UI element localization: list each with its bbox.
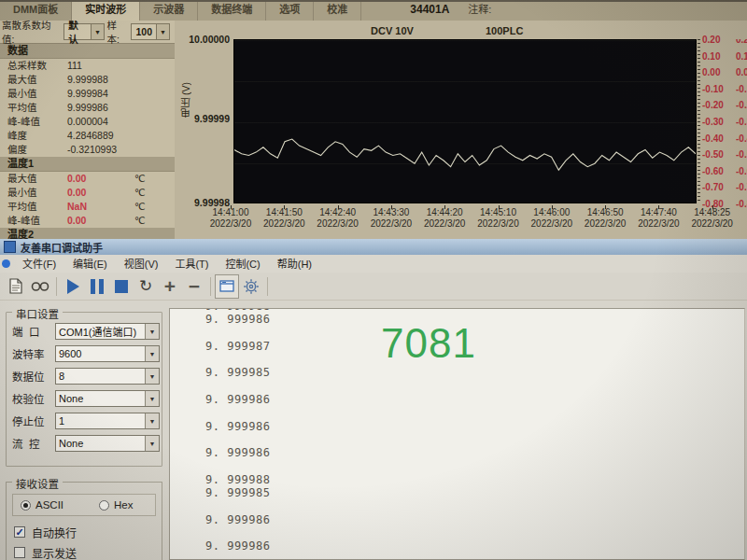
settings-button[interactable] bbox=[239, 274, 263, 299]
radio-icon bbox=[21, 500, 31, 511]
right-tick-label: -0.30 bbox=[702, 117, 734, 127]
record-icon bbox=[31, 281, 49, 292]
menu-item[interactable]: 帮助(H) bbox=[269, 256, 320, 273]
start-button[interactable] bbox=[61, 274, 85, 299]
terminal-line: 9. 999986 bbox=[205, 393, 744, 406]
dmm-tab[interactable]: 校准 bbox=[314, 0, 361, 21]
stat-value: NaN bbox=[67, 200, 134, 214]
chevron-down-icon[interactable]: ▼ bbox=[145, 346, 159, 361]
terminal-line: 9. 999985 bbox=[205, 366, 744, 379]
field-label: 数据位 bbox=[12, 369, 55, 384]
dmm-mode-label: DCV 10V bbox=[371, 25, 414, 36]
stat-value: -0.3210993 bbox=[67, 143, 134, 157]
serial-field-row: 数据位8▼ bbox=[7, 365, 162, 387]
right-tick-label-clipped: -0.60 bbox=[736, 166, 747, 176]
serial-window-title: 友善串口调试助手 bbox=[21, 240, 103, 255]
new-file-button[interactable] bbox=[4, 274, 28, 299]
record-button[interactable] bbox=[28, 274, 52, 299]
pause-button[interactable] bbox=[85, 274, 109, 299]
chevron-down-icon[interactable]: ▼ bbox=[145, 324, 159, 339]
stop-icon bbox=[115, 280, 128, 293]
terminal-line: 9. 999986 bbox=[205, 513, 744, 526]
serial-titlebar[interactable]: 友善串口调试助手 bbox=[0, 239, 747, 255]
toolbar-separator bbox=[210, 277, 211, 296]
menu-item[interactable]: 控制(C) bbox=[217, 256, 268, 273]
window-view-button[interactable] bbox=[215, 274, 239, 299]
refresh-button[interactable]: ↻ bbox=[134, 274, 158, 299]
terminal-line: 9. 999986 bbox=[205, 446, 744, 459]
autowrap-label: 自动换行 bbox=[32, 525, 77, 540]
radio-hex[interactable]: Hex bbox=[99, 499, 133, 511]
dmm-tab[interactable]: 数据终端 bbox=[198, 0, 266, 21]
right-axis-tickmarks bbox=[698, 39, 700, 203]
stat-row: 峰-峰值0.00℃ bbox=[0, 214, 175, 228]
right-tick-label: -0.40 bbox=[702, 133, 734, 144]
stat-row: 峰-峰值0.000004 bbox=[0, 115, 175, 129]
x-tick: 14:48:252022/3/20 bbox=[679, 207, 746, 230]
y-tick-label: 10.00000 bbox=[175, 34, 230, 45]
checkbox-checked-icon[interactable]: ✓ bbox=[14, 526, 25, 538]
stat-row: 最大值9.999988 bbox=[0, 73, 175, 87]
zoom-out-button[interactable]: − bbox=[182, 274, 206, 299]
plc-setting-label: 100PLC bbox=[486, 25, 523, 36]
chevron-down-icon[interactable]: ▼ bbox=[145, 391, 159, 406]
right-tick-label-clipped: 0.00 bbox=[736, 67, 747, 77]
stat-value: 9.999986 bbox=[67, 101, 134, 115]
serial-app-icon bbox=[4, 241, 16, 253]
plot-area[interactable] bbox=[233, 39, 697, 203]
serial-field-row: 波特率9600▼ bbox=[7, 343, 162, 365]
serial-assistant-window: 友善串口调试助手 文件(F)编辑(E)视图(V)工具(T)控制(C)帮助(H) bbox=[0, 239, 747, 560]
select-value: 1 bbox=[56, 415, 145, 427]
menu-item[interactable]: 视图(V) bbox=[116, 256, 167, 273]
chevron-down-icon[interactable]: ▼ bbox=[145, 413, 159, 428]
sample-select[interactable]: 100 ▼ bbox=[131, 23, 170, 40]
dmm-tab[interactable]: 选项 bbox=[266, 0, 314, 21]
stat-row: 平均值NaN℃ bbox=[0, 200, 175, 214]
dmm-tab[interactable]: 示波器 bbox=[140, 0, 198, 21]
instrument-model-label: 34401A bbox=[410, 0, 449, 21]
right-tick-label-clipped: 0.20 bbox=[736, 39, 747, 45]
field-select[interactable]: None▼ bbox=[55, 390, 160, 407]
zoom-in-button[interactable]: + bbox=[158, 274, 182, 299]
radio-ascii[interactable]: ASCII bbox=[21, 499, 63, 511]
right-tick-label-clipped: -0.20 bbox=[736, 100, 747, 110]
field-select[interactable]: 8▼ bbox=[55, 368, 160, 385]
stat-value: 0.00 bbox=[67, 172, 134, 186]
dmm-tab[interactable]: DMM面板 bbox=[0, 0, 72, 21]
receive-terminal[interactable]: 9. 9999889. 999986 9. 999987 9. 999985 9… bbox=[169, 308, 745, 560]
field-select[interactable]: None▼ bbox=[55, 435, 160, 452]
app-icon bbox=[2, 259, 10, 268]
menu-item[interactable]: 文件(F) bbox=[14, 256, 64, 273]
terminal-line: 9. 999986 bbox=[205, 539, 744, 553]
stat-unit: ℃ bbox=[134, 200, 146, 214]
radio-ascii-label: ASCII bbox=[35, 499, 63, 511]
chevron-down-icon[interactable]: ▼ bbox=[91, 24, 103, 39]
stat-label: 最小值 bbox=[0, 186, 67, 200]
chevron-down-icon[interactable]: ▼ bbox=[145, 369, 159, 384]
dmm-tab-bar: DMM面板实时波形示波器数据终端选项校准34401A 注释: bbox=[0, 0, 747, 21]
terminal-line bbox=[205, 526, 744, 539]
serial-field-row: 流 控None▼ bbox=[7, 432, 162, 455]
autowrap-checkbox-row[interactable]: ✓ 自动换行 bbox=[14, 522, 162, 542]
menu-item[interactable]: 工具(T) bbox=[166, 256, 217, 273]
chevron-down-icon[interactable]: ▼ bbox=[145, 436, 159, 451]
toolbar-separator bbox=[267, 277, 268, 296]
field-select[interactable]: 1▼ bbox=[55, 413, 160, 429]
dmm-tab[interactable]: 实时波形 bbox=[72, 0, 140, 21]
chevron-down-icon[interactable]: ▼ bbox=[156, 24, 169, 39]
field-select[interactable]: COM1(通信端口)▼ bbox=[55, 323, 160, 340]
dispersion-select[interactable]: 默认 ▼ bbox=[63, 23, 104, 40]
checkbox-unchecked-icon[interactable] bbox=[14, 547, 25, 558]
serial-toolbar: ↻ + − bbox=[0, 273, 747, 301]
stop-button[interactable] bbox=[109, 274, 134, 299]
select-value: None bbox=[56, 393, 145, 404]
field-select[interactable]: 9600▼ bbox=[55, 345, 160, 362]
stat-row: 最小值9.999984 bbox=[0, 87, 175, 101]
photo-edge bbox=[0, 0, 747, 2]
menu-item[interactable]: 编辑(E) bbox=[64, 256, 116, 273]
show-sent-checkbox-row[interactable]: 显示发送 bbox=[14, 542, 162, 560]
window-icon bbox=[219, 280, 234, 292]
receive-settings-group: 接收设置 ASCII Hex ✓ 自动换行 bbox=[6, 482, 162, 560]
sample-value: 100 bbox=[135, 26, 152, 37]
field-label: 校验位 bbox=[12, 391, 55, 406]
